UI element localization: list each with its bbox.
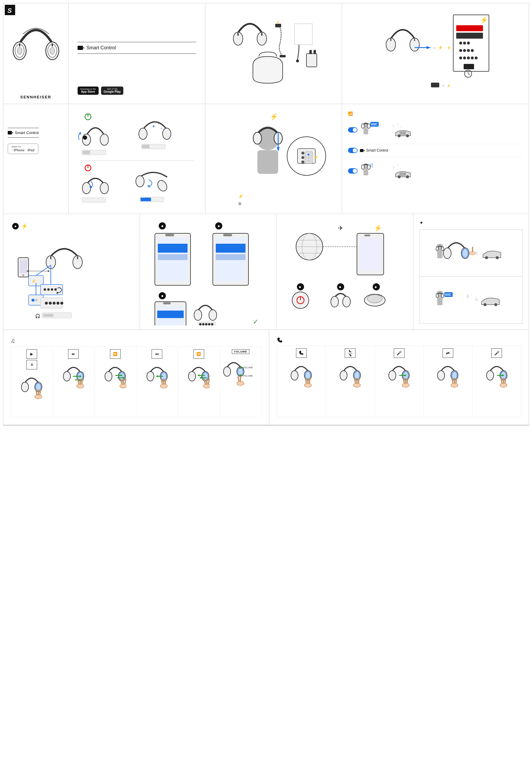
answer-gesture [290,359,313,395]
rewind-gesture [187,360,210,396]
svg-text:···: ··· [453,293,456,296]
svg-point-280 [238,368,243,375]
svg-marker-273 [199,377,202,379]
svg-point-225 [436,294,438,298]
svg-point-300 [353,383,361,387]
svg-text:((: (( [370,163,373,167]
svg-point-7 [50,47,55,54]
svg-rect-163 [158,254,187,260]
row4: ♫ ▶ ⏸ [3,330,529,425]
svg-text:⚡: ⚡ [373,224,382,232]
svg-text:VOLUME: VOLUME [243,366,253,369]
svg-point-33 [463,57,466,60]
svg-point-27 [467,42,470,45]
svg-point-142 [45,302,48,305]
svg-point-102 [367,124,370,128]
svg-point-149 [22,274,24,276]
phone-gesture-grid: 🎤 [277,346,521,417]
iphone-text: iPhone [14,148,25,152]
svg-point-297 [340,371,347,380]
svg-point-73 [100,182,109,194]
svg-rect-154 [43,314,54,317]
appstore-badge[interactable]: Download on the App Store [77,86,99,95]
next-track-gesture [63,360,85,396]
svg-text:ANC: ANC [371,123,377,126]
svg-rect-20 [295,24,313,45]
svg-rect-220 [437,251,443,258]
svg-text:ANC: ANC [445,293,452,296]
svg-rect-48 [431,83,439,87]
svg-point-205 [331,296,339,307]
svg-point-84 [253,132,262,144]
svg-point-110 [406,134,409,137]
svg-point-215 [496,256,499,259]
svg-line-296 [310,378,310,383]
svg-point-145 [57,302,60,305]
bt-header: ● ⚡ [12,223,131,229]
end-call-gesture [437,359,459,395]
svg-point-208 [367,295,382,303]
svg-text:♪: ♪ [475,296,476,298]
pairing-cell: ⚡ [205,104,342,214]
music-controls-cell: ♫ ▶ ⏸ [3,330,269,425]
sc-anc-icon [360,149,365,153]
svg-point-287 [237,381,244,386]
svg-point-36 [475,57,478,60]
svg-point-136 [44,288,46,291]
svg-rect-148 [20,260,27,273]
svg-marker-272 [197,374,199,377]
unmute-gesture [486,359,508,395]
power-illustration: ✦ • • [74,109,199,210]
pairing-illustration: ⚡ [211,109,336,210]
prev-track-gesture [146,360,168,396]
svg-point-290 [291,371,298,380]
svg-text:⚡: ⚡ [314,155,318,159]
svg-point-252 [105,371,112,381]
svg-point-94 [308,157,310,159]
touch-anc-cell: ✦ [413,214,529,330]
app-name-label: Smart Control [86,45,116,51]
svg-text:•: • [158,122,159,125]
svg-text:⚡: ⚡ [238,194,243,199]
smart-control-icon [77,45,84,51]
left-info-panel: Smart Control Made for  iPhone | iPad [3,104,69,214]
svg-point-248 [77,384,84,388]
svg-rect-164 [165,234,174,236]
unmute-col: 🎤 [472,346,521,417]
brand-text: SENNHEISER [20,95,51,99]
touch-svg1: (( ♪ ♪ [429,234,513,272]
answer-icon [296,348,307,358]
svg-text:→: → [441,84,445,87]
svg-point-209 [443,248,451,259]
svg-text:⊕: ⊕ [238,201,242,206]
svg-text:♪: ♪ [397,122,399,125]
made-for-badge: Made for  iPhone | iPad [8,144,38,154]
svg-point-226 [441,294,444,298]
svg-rect-60 [83,151,90,154]
svg-text:⚡: ⚡ [269,113,278,121]
svg-rect-115 [363,169,368,175]
volume-gesture: VOLUME + VOLUME - [222,355,258,391]
svg-point-56 [100,134,109,145]
svg-text:♪: ♪ [393,124,394,128]
svg-point-313 [438,371,445,380]
svg-point-139 [54,288,57,291]
end-call-icon [443,348,453,358]
svg-rect-175 [163,302,170,304]
svg-point-29 [463,49,466,52]
svg-text:+: + [243,369,244,371]
svg-point-214 [485,256,488,259]
svg-text:✈: ✈ [338,224,343,232]
anc-modes-cell: 📶 [342,104,529,214]
svg-rect-13 [280,55,286,57]
googleplay-badge[interactable]: GET IT ON Google Play [101,86,123,95]
svg-line-311 [407,378,408,383]
svg-line-303 [359,378,359,383]
play-pause-col: ▶ ⏸ [11,347,53,417]
svg-rect-224 [437,298,443,305]
row2: Smart Control Made for  iPhone | iPad [3,104,529,214]
touch-section1: (( ♪ ♪ [420,230,522,277]
anc-row3: (( ♪ ♪ ♪ [348,161,523,181]
svg-point-179 [199,323,202,325]
svg-point-274 [203,384,210,388]
